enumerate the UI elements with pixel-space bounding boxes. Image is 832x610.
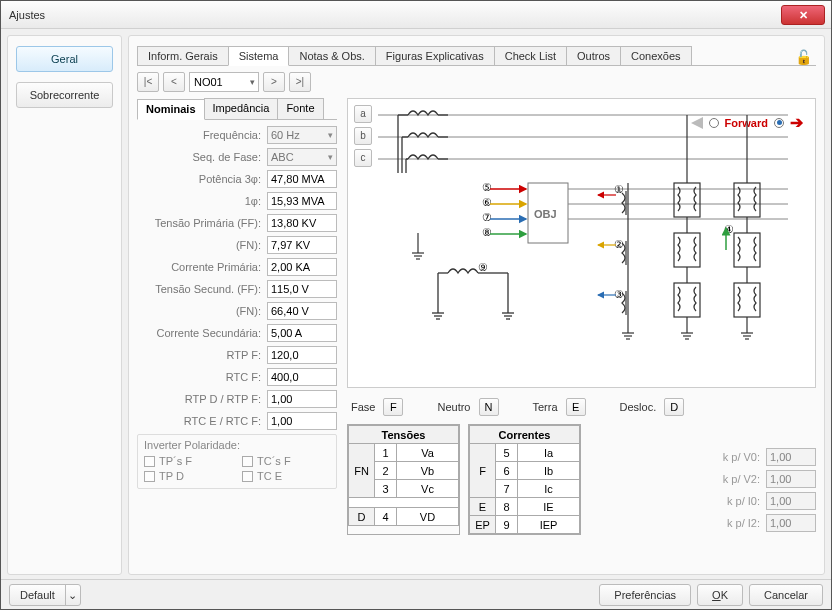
tenprimfn-label: (FN): bbox=[137, 239, 261, 251]
form-rows: Frequência:60 Hz Seq. de Fase:ABC Potênc… bbox=[137, 126, 337, 430]
frequencia-select[interactable]: 60 Hz bbox=[267, 126, 337, 144]
rtcf-input[interactable]: 400,0 bbox=[267, 368, 337, 386]
table-cell: 1 bbox=[375, 444, 397, 462]
seqfase-select[interactable]: ABC bbox=[267, 148, 337, 166]
table-cell: 7 bbox=[496, 480, 518, 498]
cancelar-button[interactable]: Cancelar bbox=[749, 584, 823, 606]
dialog-footer: Default ⌄ Preferências OK Cancelar bbox=[1, 579, 831, 609]
record-select[interactable]: NO01 bbox=[189, 72, 259, 92]
polaridade-header: Inverter Polaridade: bbox=[144, 439, 330, 451]
tab-figuras[interactable]: Figuras Explicativas bbox=[375, 46, 495, 65]
tab-inform-gerais[interactable]: Inform. Gerais bbox=[137, 46, 229, 65]
table-cell: 2 bbox=[375, 462, 397, 480]
table-cell: Va bbox=[397, 444, 459, 462]
phase-b-button[interactable]: b bbox=[354, 127, 372, 145]
chk-tpd-label: TP D bbox=[159, 470, 184, 482]
chevron-down-icon: ⌄ bbox=[66, 585, 80, 605]
nav-last-button[interactable]: >| bbox=[289, 72, 311, 92]
obj-label: OBJ bbox=[534, 208, 557, 220]
table-cell: 4 bbox=[375, 508, 397, 526]
checkbox-icon bbox=[242, 471, 253, 482]
unlock-icon[interactable]: 🔓 bbox=[791, 49, 816, 65]
nav-prev-button[interactable]: < bbox=[163, 72, 185, 92]
tab-sistema[interactable]: Sistema bbox=[228, 46, 290, 66]
pot1-input[interactable]: 15,93 MVA bbox=[267, 192, 337, 210]
nav-first-button[interactable]: |< bbox=[137, 72, 159, 92]
corsec-input[interactable]: 5,00 A bbox=[267, 324, 337, 342]
default-button[interactable]: Default ⌄ bbox=[9, 584, 81, 606]
corprim-label: Corrente Primária: bbox=[137, 261, 261, 273]
content-split: Nominais Impedância Fonte Frequência:60 … bbox=[137, 98, 816, 568]
diagram-column: a b c Forward ➔ bbox=[347, 98, 816, 568]
chk-tpsf[interactable]: TP´s F bbox=[144, 455, 232, 467]
terra-button[interactable]: E bbox=[566, 398, 586, 416]
left-nav-panel: Geral Sobrecorrente bbox=[7, 35, 122, 575]
kp-v2-input[interactable]: 1,00 bbox=[766, 470, 816, 488]
preferencias-button[interactable]: Preferências bbox=[599, 584, 691, 606]
rtce-input[interactable]: 1,00 bbox=[267, 412, 337, 430]
desloc-button[interactable]: D bbox=[664, 398, 684, 416]
subtab-fonte[interactable]: Fonte bbox=[277, 98, 323, 119]
terra-label: Terra bbox=[533, 401, 558, 413]
corprim-input[interactable]: 2,00 KA bbox=[267, 258, 337, 276]
main-panel: Inform. Gerais Sistema Notas & Obs. Figu… bbox=[128, 35, 825, 575]
tenprimff-label: Tensão Primária (FF): bbox=[137, 217, 261, 229]
kp-v0-label: k p/ V0: bbox=[714, 451, 760, 463]
fase-button[interactable]: F bbox=[383, 398, 403, 416]
nav-geral-button[interactable]: Geral bbox=[16, 46, 113, 72]
table-cell: Ib bbox=[518, 462, 580, 480]
tab-conexoes[interactable]: Conexões bbox=[620, 46, 692, 65]
tab-notas[interactable]: Notas & Obs. bbox=[288, 46, 375, 65]
record-nav: |< < NO01 > >| bbox=[137, 72, 816, 92]
chk-tce[interactable]: TC E bbox=[242, 470, 330, 482]
nav-next-button[interactable]: > bbox=[263, 72, 285, 92]
dialog-body: Geral Sobrecorrente Inform. Gerais Siste… bbox=[1, 29, 831, 581]
table-cell: Ia bbox=[518, 444, 580, 462]
neutro-button[interactable]: N bbox=[479, 398, 499, 416]
tenprimfn-input[interactable]: 7,97 KV bbox=[267, 236, 337, 254]
kp-i0-label: k p/ I0: bbox=[714, 495, 760, 507]
tensoes-grp-d: D bbox=[349, 508, 375, 526]
table-cell: Ic bbox=[518, 480, 580, 498]
phase-a-button[interactable]: a bbox=[354, 105, 372, 123]
rtpd-label: RTP D / RTP F: bbox=[137, 393, 261, 405]
phase-c-button[interactable]: c bbox=[354, 149, 372, 167]
fase-label: Fase bbox=[351, 401, 375, 413]
rtpf-input[interactable]: 120,0 bbox=[267, 346, 337, 364]
rtpd-input[interactable]: 1,00 bbox=[267, 390, 337, 408]
svg-text:⑧: ⑧ bbox=[482, 226, 492, 238]
checkbox-icon bbox=[144, 456, 155, 467]
kp-i0-input[interactable]: 1,00 bbox=[766, 492, 816, 510]
table-cell: IE bbox=[518, 498, 580, 516]
tensecfn-input[interactable]: 66,40 V bbox=[267, 302, 337, 320]
frequencia-label: Frequência: bbox=[137, 129, 261, 141]
svg-text:⑥: ⑥ bbox=[482, 196, 492, 208]
tensecff-label: Tensão Secund. (FF): bbox=[137, 283, 261, 295]
corsec-label: Corrente Secundária: bbox=[137, 327, 261, 339]
svg-rect-38 bbox=[674, 183, 700, 217]
chk-tpd[interactable]: TP D bbox=[144, 470, 232, 482]
correntes-title: Correntes bbox=[470, 426, 580, 444]
ok-button[interactable]: OK bbox=[697, 584, 743, 606]
pot3-input[interactable]: 47,80 MVA bbox=[267, 170, 337, 188]
subtab-nominais[interactable]: Nominais bbox=[137, 99, 205, 120]
kp-i2-input[interactable]: 1,00 bbox=[766, 514, 816, 532]
kp-v0-input[interactable]: 1,00 bbox=[766, 448, 816, 466]
nav-sobrecorrente-button[interactable]: Sobrecorrente bbox=[16, 82, 113, 108]
svg-text:⑤: ⑤ bbox=[482, 181, 492, 193]
close-button[interactable]: ✕ bbox=[781, 5, 825, 25]
tensecff-input[interactable]: 115,0 V bbox=[267, 280, 337, 298]
desloc-label: Desloc. bbox=[620, 401, 657, 413]
schematic-diagram: a b c Forward ➔ bbox=[347, 98, 816, 388]
chk-tcsf[interactable]: TC´s F bbox=[242, 455, 330, 467]
tenprimff-input[interactable]: 13,80 KV bbox=[267, 214, 337, 232]
correntes-grp-f: F bbox=[470, 444, 496, 498]
subtab-impedancia[interactable]: Impedância bbox=[204, 98, 279, 119]
table-cell: Vb bbox=[397, 462, 459, 480]
tab-checklist[interactable]: Check List bbox=[494, 46, 567, 65]
default-button-label: Default bbox=[10, 585, 66, 605]
tab-outros[interactable]: Outros bbox=[566, 46, 621, 65]
svg-text:⑦: ⑦ bbox=[482, 211, 492, 223]
tensoes-table: Tensões FN 1 Va 2Vb 3Vc D4VD bbox=[347, 424, 460, 535]
table-spacer bbox=[349, 498, 459, 508]
